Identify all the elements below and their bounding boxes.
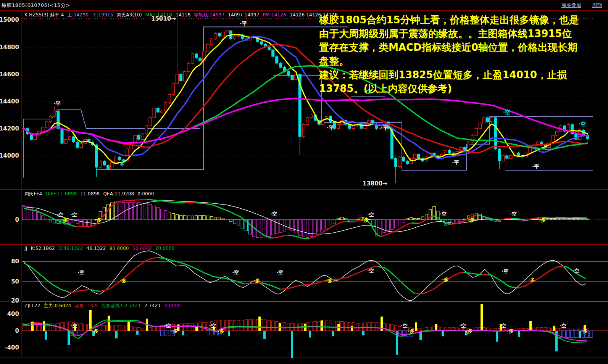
svg-text:·多: ·多: [95, 217, 102, 223]
svg-text:80: 80: [11, 258, 19, 265]
svg-text:·多: ·多: [218, 328, 224, 334]
svg-text:·空: ·空: [270, 211, 277, 217]
indicator-value: 11.0898: [80, 191, 100, 196]
indicator-value: K:52.1862: [31, 246, 55, 251]
indicator-value: 周氏FF4: [24, 191, 42, 196]
svg-text:·多: ·多: [408, 328, 414, 334]
indicator-value: 0.0000: [164, 303, 181, 308]
indicator-value: K HZ55(3) 斜率:4: [24, 12, 64, 18]
svg-text:·空: ·空: [367, 212, 374, 217]
indicator-value: 主力:0.6024: [44, 303, 71, 308]
indicator-value: 0.0000: [137, 191, 154, 196]
svg-text:·平: ·平: [381, 125, 388, 131]
svg-text:·多: ·多: [362, 217, 369, 223]
svg-text:·多: ·多: [92, 328, 98, 334]
svg-text:·空: ·空: [232, 269, 239, 275]
svg-text:·空: ·空: [579, 121, 586, 127]
svg-text:·平: ·平: [240, 21, 247, 27]
indicator-value: PM:14126: [263, 12, 286, 18]
indicator-value: 周氏A3(10): [117, 12, 142, 18]
indicator-value: 14118: [176, 12, 190, 18]
svg-text:·多: ·多: [581, 328, 588, 334]
svg-text:·多: ·多: [539, 217, 546, 223]
svg-text:·空: ·空: [164, 323, 171, 329]
indicator-value: 2.7421: [144, 303, 161, 308]
svg-text:14200: 14200: [0, 125, 19, 132]
svg-text:0: 0: [15, 327, 19, 334]
svg-text:·空: ·空: [510, 211, 517, 217]
analyst-annotation: 橡胶1805合约15分钟上看，价格整体走出很多镜像，也是 由于大周期级别属于震荡…: [319, 13, 608, 95]
svg-text:·平: ·平: [532, 163, 539, 169]
indicator-value: 14097 14097: [228, 12, 259, 18]
svg-text:·空: ·空: [367, 268, 374, 274]
indicator-value: 50.0000: [132, 246, 152, 251]
svg-text:·空: ·空: [71, 323, 77, 329]
ff4-indicator-header: 周氏FF4QIFF:11.089811.0898QEA:11.92080.000…: [24, 191, 158, 197]
indicator-value: 上:14290: [68, 12, 89, 18]
annotation-line: 置存在支撑，类MACD指标线接近0轴位置，价格出现长期: [319, 40, 608, 54]
svg-text:·多: ·多: [171, 328, 178, 334]
svg-text:·空: ·空: [573, 268, 579, 274]
indicator-value: 20.0000: [155, 246, 175, 251]
svg-text:0: 0: [15, 216, 19, 223]
svg-text:·空: ·空: [209, 323, 216, 329]
svg-text:·空: ·空: [77, 269, 84, 275]
annotation-line: 建议：若继续回到13825位置短多，止盈14010，止损: [319, 68, 608, 82]
svg-text:50: 50: [11, 278, 19, 285]
svg-text:-400: -400: [5, 344, 19, 351]
svg-text:·空: ·空: [560, 323, 566, 329]
indicator-value: D:46.1322: [58, 246, 83, 251]
indicator-value: 零轴线:14097: [194, 12, 224, 18]
trading-app-window: 橡胶1805(010705)<15分> 商品叠加 周期 150001480014…: [0, 0, 608, 364]
indicator-value: JJ: [24, 246, 27, 251]
indicator-value: 46.1322: [87, 246, 106, 251]
svg-text:·空: ·空: [56, 212, 63, 217]
svg-text:400: 400: [7, 311, 19, 317]
annotation-line: 橡胶1805合约15分钟上看，价格整体走出很多镜像，也是: [319, 13, 608, 27]
svg-text:·多: ·多: [468, 217, 475, 223]
svg-text:·多: ·多: [118, 161, 125, 167]
svg-text:·空: ·空: [502, 268, 508, 274]
indicator-value: QEA:11.9208: [103, 191, 134, 196]
svg-text:·空: ·空: [276, 269, 283, 275]
annotation-line: 13785。(以上内容仅供参考): [319, 82, 608, 95]
svg-text:·多: ·多: [507, 328, 514, 334]
svg-text:·平: ·平: [452, 159, 459, 166]
indicator-value: MA1:14118: [145, 12, 172, 18]
jj-indicator-header: JJK:52.1862D:46.132246.132280.000050.000…: [24, 246, 178, 251]
indicator-value: 动量:-14.9: [74, 303, 98, 308]
indicator-value: 下:13915: [92, 12, 113, 18]
svg-text:13800→: 13800→: [363, 180, 387, 187]
svg-text:·空: ·空: [499, 323, 506, 329]
zjll-indicator-header: ZJLL22主力:0.6024动量:-14.9流量基线1:2.74212.742…: [24, 303, 184, 309]
indicator-value: QIFF:11.0898: [45, 191, 77, 196]
svg-text:20: 20: [11, 297, 19, 304]
main-indicator-header: K HZ55(3) 斜率:4上:14290下:13915周氏A3(10)MA1:…: [24, 12, 341, 18]
indicator-value: 80.0000: [110, 246, 129, 251]
svg-text:·多: ·多: [466, 328, 473, 334]
svg-text:·空: ·空: [70, 212, 77, 217]
svg-text:14600: 14600: [0, 71, 19, 78]
svg-text:14400: 14400: [0, 98, 19, 105]
svg-text:·多: ·多: [528, 277, 535, 283]
indicator-value: ZJLL22: [24, 303, 40, 308]
svg-text:·平: ·平: [53, 101, 61, 107]
svg-text:·多: ·多: [253, 278, 260, 283]
annotation-line: 盘整。: [319, 54, 608, 68]
svg-text:14000: 14000: [0, 152, 19, 159]
svg-text:·多: ·多: [442, 277, 449, 282]
svg-text:·多: ·多: [61, 217, 68, 223]
taskbar-strip: [0, 358, 608, 364]
svg-text:14800: 14800: [0, 44, 19, 51]
svg-text:·空: ·空: [503, 109, 510, 115]
svg-text:·空: ·空: [401, 323, 408, 329]
svg-text:·多: ·多: [120, 278, 127, 283]
svg-text:15000: 15000: [0, 16, 19, 23]
svg-text:·平: ·平: [327, 125, 334, 131]
svg-text:·空: ·空: [440, 211, 447, 217]
indicator-value: 流量基线1:2.7421: [101, 303, 141, 308]
svg-text:·多: ·多: [326, 278, 333, 283]
annotation-line: 由于大周期级别属于震荡的缘故。。主图箱体线13915位: [319, 27, 608, 40]
svg-text:·空: ·空: [459, 323, 466, 329]
